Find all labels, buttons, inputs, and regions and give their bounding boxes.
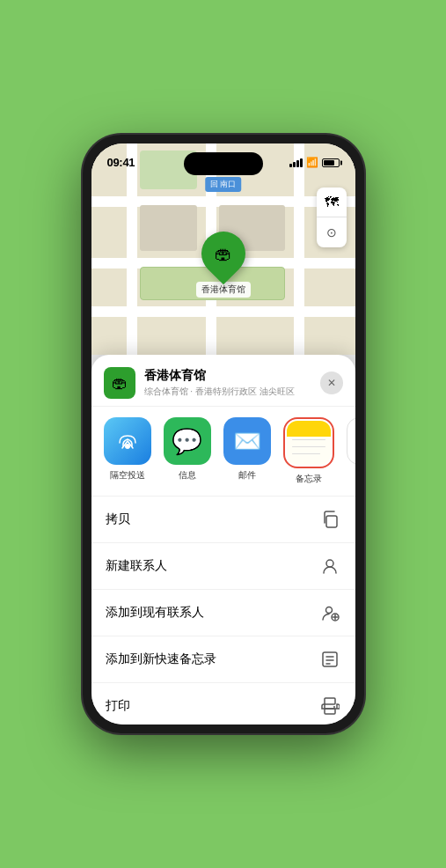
location-button[interactable]: ⊙ (317, 217, 347, 247)
venue-name: 香港体育馆 (144, 368, 320, 384)
wifi-icon: 📶 (306, 157, 318, 168)
venue-info: 香港体育馆 综合体育馆 · 香港特别行政区 油尖旺区 (144, 368, 320, 398)
action-print[interactable]: 打印 (91, 683, 355, 725)
copy-label: 拷贝 (106, 511, 130, 527)
print-label: 打印 (106, 698, 130, 714)
svg-point-2 (326, 560, 333, 567)
add-existing-label: 添加到现有联系人 (106, 605, 204, 621)
nankou-label: 回 南口 (205, 177, 242, 192)
map-controls: 🗺 ⊙ (317, 188, 347, 247)
share-notes[interactable]: 备忘录 (283, 417, 334, 485)
messages-icon: 💬 (164, 417, 211, 465)
action-quick-note[interactable]: 添加到新快速备忘录 (91, 636, 355, 683)
action-new-contact[interactable]: 新建联系人 (91, 543, 355, 590)
new-contact-icon (318, 555, 341, 577)
venue-subtitle: 综合体育馆 · 香港特别行政区 油尖旺区 (144, 386, 320, 398)
mail-icon: ✉️ (223, 417, 271, 465)
map-view-button[interactable]: 🗺 (317, 188, 347, 217)
mail-label: 邮件 (238, 469, 256, 482)
location-pin: 🏟 香港体育馆 (196, 232, 251, 298)
notes-label: 备忘录 (296, 473, 322, 485)
pin-circle: 🏟 (192, 223, 254, 285)
battery-icon (322, 158, 340, 167)
status-icons: 📶 (289, 157, 340, 168)
notes-icon (287, 421, 331, 465)
phone-frame: 09:41 📶 (83, 135, 364, 733)
messages-label: 信息 (179, 469, 196, 482)
copy-icon (318, 508, 341, 531)
more-icon (347, 417, 355, 465)
svg-point-13 (333, 706, 335, 708)
quick-note-icon (318, 648, 341, 671)
bottom-sheet: 🏟 香港体育馆 综合体育馆 · 香港特别行政区 油尖旺区 ✕ (91, 355, 355, 725)
status-time: 09:41 (107, 156, 135, 169)
airdrop-label: 隔空投送 (110, 469, 145, 482)
share-mail[interactable]: ✉️ 邮件 (223, 417, 271, 485)
share-more[interactable]: 提 (347, 417, 355, 485)
quick-note-label: 添加到新快速备忘录 (106, 651, 216, 667)
action-copy[interactable]: 拷贝 (91, 497, 355, 543)
svg-rect-1 (326, 516, 337, 527)
svg-point-3 (325, 607, 332, 614)
share-row: 隔空投送 💬 信息 ✉️ 邮件 (91, 407, 355, 497)
add-existing-icon (318, 601, 341, 624)
venue-icon: 🏟 (104, 367, 135, 399)
print-icon (318, 695, 341, 717)
sheet-header: 🏟 香港体育馆 综合体育馆 · 香港特别行政区 油尖旺区 ✕ (91, 355, 355, 407)
map-area[interactable]: 回 南口 🏟 香港体育馆 🗺 ⊙ (91, 143, 355, 355)
close-button[interactable]: ✕ (320, 371, 343, 394)
svg-rect-11 (325, 698, 335, 704)
new-contact-label: 新建联系人 (106, 558, 167, 574)
share-airdrop[interactable]: 隔空投送 (104, 417, 151, 485)
signal-icon (289, 158, 303, 167)
share-messages[interactable]: 💬 信息 (164, 417, 211, 485)
action-add-existing[interactable]: 添加到现有联系人 (91, 590, 355, 636)
phone-screen: 09:41 📶 (91, 143, 355, 725)
dynamic-island (184, 152, 263, 175)
svg-rect-12 (325, 709, 335, 714)
airdrop-icon (104, 417, 151, 465)
